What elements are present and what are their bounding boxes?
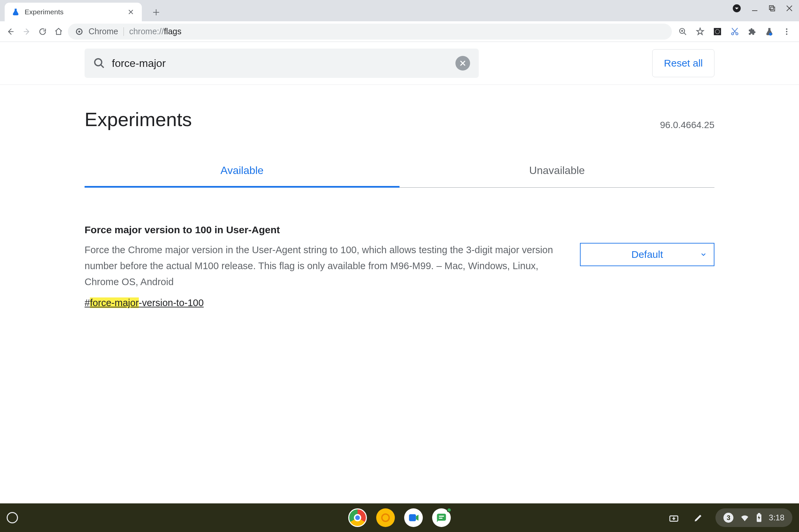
stylus-tray-icon[interactable]: [691, 510, 706, 525]
tote-tray-icon[interactable]: [666, 510, 682, 525]
bookmark-star-icon[interactable]: [694, 26, 706, 37]
omnibox[interactable]: Chrome chrome://flags: [68, 24, 672, 40]
tab-unavailable[interactable]: Unavailable: [400, 164, 714, 187]
tab-available[interactable]: Available: [85, 164, 400, 187]
omnibox-separator: [124, 27, 124, 36]
notification-badge: 3: [723, 513, 733, 523]
chevron-down-icon: [700, 251, 707, 258]
close-tab-icon[interactable]: [127, 8, 135, 16]
flag-select-value: Default: [631, 249, 663, 260]
new-tab-button[interactable]: [148, 5, 164, 20]
omnibox-origin: Chrome: [89, 26, 118, 36]
highlight-match: force-major: [90, 298, 139, 308]
reload-button[interactable]: [36, 25, 49, 38]
extension-icon-scissors[interactable]: [729, 26, 740, 37]
svg-rect-20: [758, 513, 760, 515]
chrome-app-icon[interactable]: [348, 508, 367, 527]
back-button[interactable]: [4, 25, 17, 38]
flag-description: Force the Chrome major version in the Us…: [85, 242, 560, 290]
svg-rect-2: [771, 7, 775, 11]
flag-state-select[interactable]: Default: [580, 243, 714, 266]
svg-point-5: [78, 31, 80, 33]
extensions-puzzle-icon[interactable]: [746, 26, 758, 37]
search-icon: [93, 57, 105, 69]
tab-title: Experiments: [25, 8, 122, 16]
svg-point-12: [786, 28, 787, 30]
shelf: 3 3:18: [0, 504, 799, 532]
flag-tabs: Available Unavailable: [85, 164, 714, 188]
svg-point-15: [95, 59, 102, 66]
omnibox-url: chrome://flags: [129, 26, 182, 36]
search-box: [85, 49, 479, 78]
battery-icon: [756, 513, 762, 522]
tab-strip: Experiments: [0, 0, 799, 21]
browser-tab[interactable]: Experiments: [5, 3, 142, 21]
window-controls: [732, 4, 793, 13]
launcher-button[interactable]: [7, 512, 18, 524]
minimize-icon[interactable]: [751, 5, 758, 12]
page-header: Experiments 96.0.4664.25: [0, 85, 799, 134]
svg-rect-16: [409, 514, 416, 521]
flag-title: Force major version to 100 in User-Agent: [85, 224, 560, 235]
svg-rect-1: [769, 6, 773, 10]
search-input[interactable]: [112, 57, 449, 70]
menu-icon[interactable]: [781, 26, 792, 37]
flag-anchor-link[interactable]: #force-major-version-to-100: [85, 298, 204, 308]
forward-button[interactable]: [20, 25, 33, 38]
flask-icon: [11, 8, 20, 16]
home-button[interactable]: [52, 25, 65, 38]
toolbar: Chrome chrome://flags: [0, 21, 799, 42]
clock: 3:18: [769, 513, 784, 522]
svg-rect-17: [437, 514, 446, 521]
flask-extension-icon[interactable]: [764, 26, 775, 37]
messages-app-icon[interactable]: [432, 508, 451, 527]
svg-point-14: [786, 33, 787, 35]
close-window-icon[interactable]: [786, 5, 793, 12]
app-icon-2[interactable]: [376, 508, 395, 527]
reset-all-button[interactable]: Reset all: [652, 49, 714, 77]
svg-point-13: [786, 31, 787, 32]
wifi-icon: [740, 513, 749, 522]
site-info-icon[interactable]: [75, 27, 83, 36]
svg-point-11: [769, 33, 772, 36]
flag-text-block: Force major version to 100 in User-Agent…: [85, 224, 560, 308]
maximize-icon[interactable]: [768, 5, 776, 12]
duo-app-icon[interactable]: [404, 508, 423, 527]
page-title: Experiments: [85, 108, 192, 130]
clear-search-icon[interactable]: [456, 56, 470, 71]
flag-entry: Force major version to 100 in User-Agent…: [85, 224, 714, 308]
version-label: 96.0.4664.25: [660, 120, 715, 130]
status-tray[interactable]: 3 3:18: [716, 508, 792, 527]
extension-icon-1[interactable]: [712, 26, 723, 37]
page-content: Reset all Experiments 96.0.4664.25 Avail…: [0, 42, 799, 308]
account-icon[interactable]: [732, 4, 741, 13]
zoom-icon[interactable]: [677, 26, 688, 37]
search-row: Reset all: [0, 42, 799, 85]
